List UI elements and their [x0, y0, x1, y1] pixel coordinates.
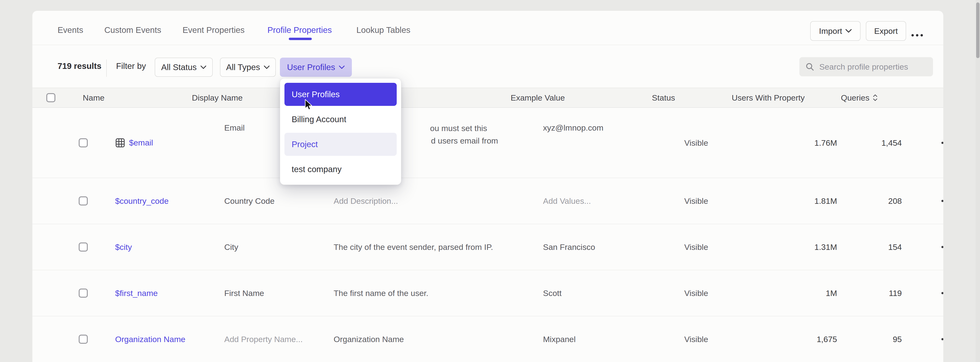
tab-profile-properties[interactable]: Profile Properties	[267, 23, 332, 37]
tab-event-properties[interactable]: Event Properties	[183, 23, 245, 37]
content-card: Events Custom Events Event Properties Pr…	[32, 11, 943, 362]
row-checkbox[interactable]	[79, 335, 88, 344]
display-name-cell[interactable]: Add Property Name...	[224, 335, 303, 344]
table-row: $email Email ou must set this d users em…	[32, 108, 943, 178]
profile-type-filter-dropdown[interactable]: User Profiles	[280, 57, 352, 77]
table-row: $first_name First Name The first name of…	[32, 270, 943, 316]
search-icon	[805, 61, 815, 72]
column-header-name: Name	[83, 88, 105, 107]
ellipsis-icon	[941, 200, 943, 202]
example-value-cell[interactable]: Add Values...	[543, 196, 591, 206]
users-with-property-cell: 1.81M	[752, 196, 837, 206]
table-row: Organization Name Add Property Name... O…	[32, 316, 943, 362]
display-name-cell[interactable]: Country Code	[224, 196, 275, 206]
select-all-checkbox[interactable]	[46, 93, 56, 102]
row-checkbox[interactable]	[79, 289, 88, 298]
property-name-cell: Organization Name	[115, 335, 185, 344]
example-value-cell[interactable]: Mixpanel	[543, 335, 576, 344]
property-name-link[interactable]: $first_name	[115, 289, 158, 298]
property-name-link[interactable]: $email	[129, 138, 153, 147]
property-name-link[interactable]: Organization Name	[115, 335, 185, 344]
status-cell: Visible	[684, 242, 708, 252]
users-with-property-cell: 1.31M	[752, 242, 837, 252]
property-name-cell: $country_code	[115, 196, 169, 206]
row-actions-button[interactable]	[941, 292, 943, 294]
table-row: $country_code Country Code Add Descripti…	[32, 178, 943, 224]
filter-by-label: Filter by	[116, 61, 146, 71]
tab-events[interactable]: Events	[57, 23, 83, 37]
search-input[interactable]	[819, 62, 927, 72]
example-value-cell[interactable]: xyz@lmnop.com	[543, 123, 603, 132]
users-with-property-cell: 1M	[752, 289, 837, 298]
scrollbar-track[interactable]	[976, 0, 980, 362]
property-name-cell: $first_name	[115, 289, 158, 298]
filter-divider	[106, 59, 107, 77]
more-actions-button[interactable]	[912, 34, 923, 37]
row-actions-button[interactable]	[941, 338, 943, 340]
property-name-cell: $city	[115, 242, 132, 252]
results-count: 719 results	[57, 61, 102, 71]
row-checkbox-cell	[79, 289, 88, 298]
dropdown-item-user-profiles[interactable]: User Profiles	[285, 83, 397, 106]
description-fragment: ou must set this	[430, 124, 487, 133]
users-with-property-cell: 1,675	[752, 335, 837, 344]
status-cell: Visible	[684, 138, 708, 147]
ellipsis-icon	[941, 338, 943, 340]
description-cell[interactable]: The first name of the user.	[334, 289, 428, 298]
import-button-label: Import	[819, 26, 842, 36]
description-cell[interactable]: Add Description...	[334, 196, 398, 206]
dropdown-item-project[interactable]: Project	[285, 133, 397, 156]
row-checkbox-cell	[79, 196, 88, 206]
status-cell: Visible	[684, 196, 708, 206]
tabs-divider	[32, 45, 943, 45]
display-name-cell[interactable]: First Name	[224, 289, 264, 298]
row-actions-button[interactable]	[941, 246, 943, 248]
queries-cell: 95	[853, 335, 902, 344]
table-grid-icon	[115, 138, 125, 148]
description-cell[interactable]: Organization Name	[334, 335, 404, 344]
tab-lookup-tables[interactable]: Lookup Tables	[356, 23, 410, 37]
status-cell: Visible	[684, 289, 708, 298]
export-button[interactable]: Export	[866, 21, 906, 41]
scrollbar-thumb[interactable]	[976, 2, 980, 58]
column-header-display-name: Display Name	[192, 88, 243, 107]
sort-icon[interactable]	[873, 88, 878, 107]
dropdown-item-billing-account[interactable]: Billing Account	[285, 108, 397, 131]
row-actions-button[interactable]	[941, 200, 943, 202]
type-filter-dropdown[interactable]: All Types	[220, 57, 276, 77]
example-value-cell[interactable]: Scott	[543, 289, 562, 298]
display-name-cell[interactable]: Email	[224, 123, 245, 132]
row-checkbox[interactable]	[79, 196, 88, 206]
mouse-cursor	[304, 99, 313, 112]
row-actions-button[interactable]	[941, 142, 943, 144]
import-button[interactable]: Import	[810, 21, 861, 41]
status-filter-dropdown[interactable]: All Status	[155, 57, 213, 77]
ellipsis-icon	[912, 34, 914, 37]
row-checkbox[interactable]	[79, 242, 88, 252]
users-with-property-cell: 1.76M	[752, 138, 837, 147]
tab-custom-events[interactable]: Custom Events	[104, 23, 161, 37]
chevron-down-icon	[264, 65, 270, 69]
property-name-link[interactable]: $country_code	[115, 196, 169, 206]
example-value-cell[interactable]: San Francisco	[543, 242, 595, 252]
column-header-status: Status	[652, 88, 675, 107]
status-cell: Visible	[684, 335, 708, 344]
dropdown-item-test-company[interactable]: test company	[285, 158, 397, 181]
profile-type-dropdown-menu: User Profiles Billing Account Project te…	[280, 78, 401, 185]
ellipsis-icon	[941, 246, 943, 248]
queries-cell: 119	[853, 289, 902, 298]
property-name-link[interactable]: $city	[115, 242, 132, 252]
search-box	[799, 57, 933, 77]
row-checkbox-cell	[79, 335, 88, 344]
ellipsis-icon	[941, 292, 943, 294]
description-cell[interactable]: The city of the event sender, parsed fro…	[334, 242, 493, 252]
row-checkbox[interactable]	[79, 138, 88, 147]
profile-type-filter-label: User Profiles	[287, 62, 335, 72]
column-header-users-with-property: Users With Property	[719, 88, 805, 107]
status-filter-label: All Status	[161, 62, 197, 72]
table-row: $city City The city of the event sender,…	[32, 224, 943, 270]
column-header-queries[interactable]: Queries	[820, 88, 869, 107]
queries-cell: 208	[853, 196, 902, 206]
display-name-cell[interactable]: City	[224, 242, 239, 252]
row-checkbox-cell	[79, 242, 88, 252]
